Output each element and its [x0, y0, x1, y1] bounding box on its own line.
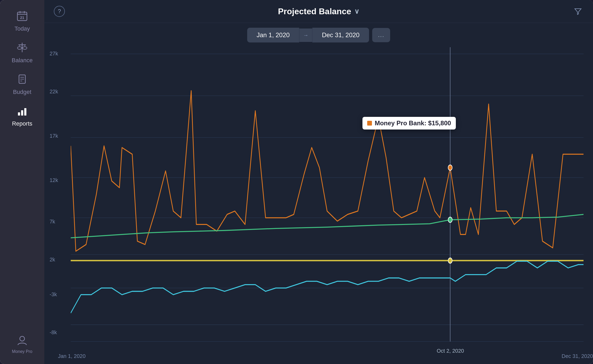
sidebar-moneypro-label: Money Pro: [12, 349, 32, 354]
y-label-17k: 17k: [50, 133, 58, 139]
y-label-22k: 22k: [50, 89, 58, 95]
tooltip-text: Money Pro Bank: $15,800: [375, 119, 451, 127]
sidebar-item-today[interactable]: 21 Today: [0, 5, 44, 37]
user-icon: [16, 334, 28, 347]
projected-balance-chart: [71, 47, 584, 348]
svg-point-32: [448, 258, 452, 263]
svg-rect-16: [21, 110, 23, 116]
sidebar-item-balance[interactable]: Balance: [0, 37, 44, 69]
chart-area: 27k 22k 17k 12k 7k 2k -3k -8k Jan 1, 202…: [44, 47, 593, 364]
title-dropdown[interactable]: Projected Balance ∨: [278, 7, 359, 16]
svg-rect-15: [18, 112, 20, 116]
y-label-2k: 2k: [50, 256, 55, 262]
svg-point-7: [17, 47, 22, 49]
sidebar-today-label: Today: [15, 25, 30, 32]
reports-icon: [16, 105, 28, 118]
sidebar-reports-label: Reports: [12, 120, 32, 127]
date-arrow-icon: →: [299, 28, 312, 42]
main-content: ? Projected Balance ∨ Jan 1, 2020 → Dec …: [44, 0, 593, 364]
today-icon: 21: [16, 10, 28, 23]
help-button[interactable]: ?: [54, 6, 65, 17]
app-container: 21 Today Balance: [0, 0, 593, 364]
sidebar-budget-label: Budget: [13, 89, 31, 95]
svg-text:21: 21: [20, 16, 24, 20]
page-title: Projected Balance: [278, 7, 351, 16]
sidebar-balance-label: Balance: [12, 57, 33, 64]
sidebar-item-reports[interactable]: Reports: [0, 100, 44, 132]
y-label-neg8k: -8k: [50, 329, 57, 335]
header: ? Projected Balance ∨: [44, 0, 593, 23]
svg-point-31: [448, 217, 452, 222]
y-label-neg3k: -3k: [50, 291, 57, 297]
date-end-button[interactable]: Dec 31, 2020: [312, 28, 369, 42]
sidebar-item-budget[interactable]: Budget: [0, 69, 44, 100]
date-range-bar: Jan 1, 2020 → Dec 31, 2020 ...: [44, 23, 593, 47]
tooltip-color-dot: [367, 121, 372, 126]
x-label-start: Jan 1, 2020: [58, 353, 86, 359]
svg-point-18: [20, 336, 25, 341]
sidebar-bottom-moneypro[interactable]: Money Pro: [0, 330, 44, 359]
x-label-end: Dec 31, 2020: [562, 353, 593, 359]
crosshair-date-label: Oct 2, 2020: [437, 348, 464, 354]
svg-point-30: [448, 165, 452, 170]
svg-point-8: [23, 47, 27, 49]
y-label-12k: 12k: [50, 177, 58, 183]
balance-icon: [16, 42, 28, 55]
svg-rect-17: [24, 108, 26, 116]
chart-tooltip: Money Pro Bank: $15,800: [362, 117, 456, 130]
y-label-27k: 27k: [50, 51, 58, 57]
budget-icon: [16, 73, 28, 87]
chevron-down-icon: ∨: [354, 7, 359, 16]
sidebar: 21 Today Balance: [0, 0, 44, 364]
y-label-7k: 7k: [50, 218, 55, 224]
date-start-button[interactable]: Jan 1, 2020: [247, 28, 299, 42]
filter-button[interactable]: [572, 6, 584, 17]
date-more-button[interactable]: ...: [372, 28, 390, 42]
